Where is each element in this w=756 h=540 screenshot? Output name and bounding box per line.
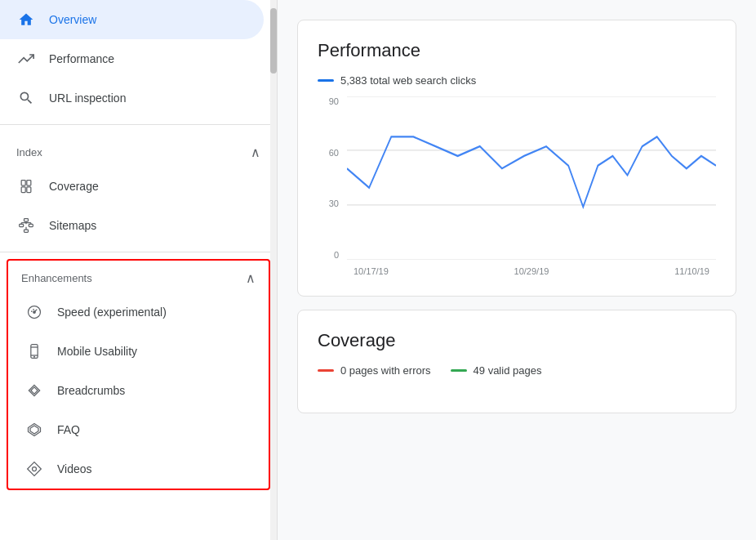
svg-rect-6 — [29, 224, 33, 226]
svg-marker-22 — [30, 426, 38, 434]
coverage-legend-valid: 49 valid pages — [451, 364, 542, 377]
breadcrumbs-icon — [24, 381, 44, 400]
svg-rect-4 — [24, 219, 29, 221]
sidebar-scrollbar-thumb[interactable] — [270, 8, 277, 74]
svg-rect-5 — [20, 224, 24, 226]
sidebar-item-label: Speed (experimental) — [57, 306, 167, 319]
coverage-valid-label: 49 valid pages — [474, 364, 542, 377]
sitemaps-icon — [16, 216, 36, 235]
sidebar-item-label: Coverage — [49, 180, 99, 193]
index-chevron-icon[interactable]: ∧ — [251, 145, 260, 160]
coverage-card: Coverage 0 pages with errors 49 valid pa… — [297, 310, 736, 413]
index-section-label: Index — [16, 146, 42, 158]
index-section-header: Index ∧ — [0, 132, 277, 167]
y-label-60: 60 — [318, 148, 342, 158]
sidebar-item-label: URL inspection — [49, 91, 126, 105]
chart-svg — [347, 96, 716, 260]
performance-title: Performance — [318, 40, 716, 61]
x-label-2: 10/29/19 — [514, 266, 549, 276]
faq-icon — [24, 420, 44, 440]
sidebar-item-coverage[interactable]: Coverage — [0, 167, 264, 206]
enhancements-section-label: Enhancements — [21, 272, 92, 284]
enhancements-section-header: Enhancements ∧ — [8, 261, 269, 292]
y-label-90: 90 — [318, 96, 342, 106]
videos-icon — [24, 459, 44, 479]
svg-rect-0 — [21, 181, 25, 186]
speed-icon — [24, 302, 44, 322]
svg-rect-1 — [21, 187, 25, 193]
search-icon — [16, 88, 36, 108]
svg-rect-3 — [27, 187, 31, 193]
sidebar-item-label: Performance — [49, 52, 114, 65]
mobile-icon — [24, 341, 44, 361]
sidebar-item-label: Sitemaps — [49, 219, 96, 232]
performance-legend: 5,383 total web search clicks — [318, 74, 716, 87]
sidebar-item-videos[interactable]: Videos — [8, 449, 262, 489]
chart-y-labels: 90 60 30 0 — [318, 96, 342, 276]
sidebar-item-label: Overview — [49, 13, 96, 26]
trending-up-icon — [16, 49, 36, 69]
sidebar-item-label: Mobile Usability — [57, 345, 137, 358]
svg-marker-23 — [28, 462, 42, 476]
svg-point-18 — [34, 356, 35, 357]
svg-rect-7 — [24, 230, 29, 232]
x-label-3: 11/10/19 — [674, 266, 709, 276]
performance-card: Performance 5,383 total web search click… — [297, 20, 736, 297]
sidebar-item-label: Breadcrumbs — [57, 384, 125, 397]
sidebar-item-breadcrumbs[interactable]: Breadcrumbs — [8, 371, 262, 410]
sidebar-scrollbar[interactable] — [270, 0, 277, 540]
performance-legend-line — [318, 79, 334, 82]
divider-2 — [0, 252, 277, 252]
enhancements-chevron-icon[interactable]: ∧ — [246, 270, 256, 286]
y-label-0: 0 — [318, 250, 342, 260]
divider-1 — [0, 124, 277, 125]
enhancements-section: Enhancements ∧ Speed (experimental) — [7, 259, 270, 490]
sidebar-item-mobile-usability[interactable]: Mobile Usability — [8, 332, 262, 371]
sidebar: Overview Performance URL inspection Inde… — [0, 0, 278, 540]
coverage-title: Coverage — [318, 330, 716, 351]
svg-rect-2 — [27, 181, 31, 186]
coverage-legends: 0 pages with errors 49 valid pages — [318, 364, 716, 386]
sidebar-item-performance[interactable]: Performance — [0, 39, 264, 78]
sidebar-item-url-inspection[interactable]: URL inspection — [0, 78, 264, 118]
main-content: Performance 5,383 total web search click… — [278, 0, 756, 540]
svg-point-14 — [33, 311, 36, 314]
coverage-errors-label: 0 pages with errors — [340, 364, 431, 377]
sidebar-item-sitemaps[interactable]: Sitemaps — [0, 206, 264, 245]
sidebar-item-faq[interactable]: FAQ — [8, 410, 262, 449]
coverage-icon — [16, 176, 36, 196]
performance-legend-label: 5,383 total web search clicks — [340, 74, 476, 87]
sidebar-item-label: Videos — [57, 462, 92, 475]
home-icon — [16, 10, 36, 29]
sidebar-item-speed[interactable]: Speed (experimental) — [8, 292, 262, 332]
x-label-1: 10/17/19 — [354, 266, 389, 276]
coverage-valid-line — [451, 369, 467, 372]
coverage-errors-line — [318, 369, 334, 372]
y-label-30: 30 — [318, 199, 342, 208]
svg-point-24 — [33, 467, 37, 471]
performance-chart: 90 60 30 0 10/17/19 — [318, 96, 716, 276]
chart-x-labels: 10/17/19 10/29/19 11/10/19 — [347, 266, 716, 276]
sidebar-item-label: FAQ — [57, 423, 80, 436]
sidebar-item-overview[interactable]: Overview — [0, 0, 264, 39]
chart-area — [347, 96, 716, 260]
coverage-legend-errors: 0 pages with errors — [318, 364, 431, 377]
